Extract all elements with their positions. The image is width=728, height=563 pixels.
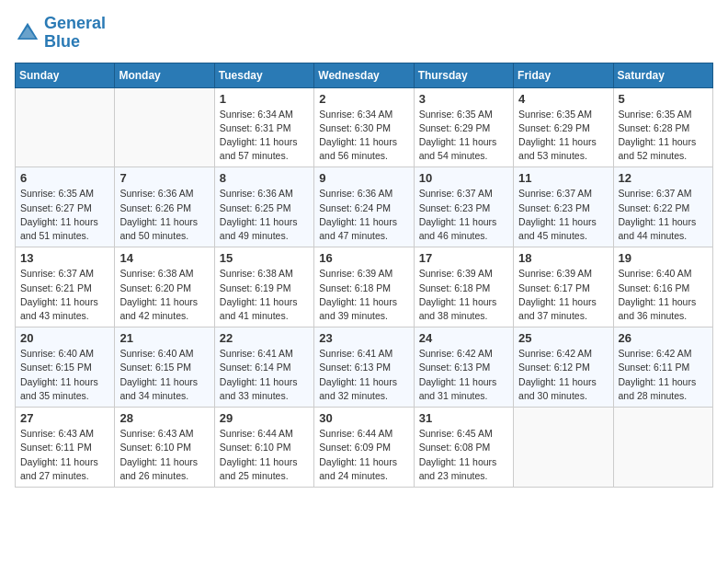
calendar-cell: 21 Sunrise: 6:40 AM Sunset: 6:15 PM Dayl… (115, 327, 214, 408)
daylight: Daylight: 11 hours and 42 minutes. (119, 296, 198, 321)
sunrise: Sunrise: 6:41 AM (319, 348, 392, 359)
sunrise: Sunrise: 6:40 AM (20, 348, 94, 359)
daylight: Daylight: 11 hours and 38 minutes. (419, 296, 497, 321)
day-number: 24 (419, 331, 508, 345)
sunset: Sunset: 6:16 PM (619, 282, 690, 293)
daylight: Daylight: 11 hours and 56 minutes. (319, 136, 397, 161)
daylight: Daylight: 11 hours and 32 minutes. (319, 376, 397, 401)
sunset: Sunset: 6:29 PM (419, 122, 491, 133)
day-info: Sunrise: 6:39 AM Sunset: 6:17 PM Dayligh… (518, 267, 608, 323)
calendar-cell: 3 Sunrise: 6:35 AM Sunset: 6:29 PM Dayli… (414, 87, 513, 167)
calendar-cell: 26 Sunrise: 6:42 AM Sunset: 6:11 PM Dayl… (613, 327, 712, 408)
sunrise: Sunrise: 6:41 AM (220, 348, 293, 359)
daylight: Daylight: 11 hours and 57 minutes. (220, 136, 298, 161)
daylight: Daylight: 11 hours and 50 minutes. (119, 216, 198, 241)
sunrise: Sunrise: 6:36 AM (119, 188, 193, 199)
header-thursday: Thursday (414, 63, 513, 87)
day-info: Sunrise: 6:41 AM Sunset: 6:13 PM Dayligh… (319, 347, 408, 403)
day-number: 5 (619, 92, 708, 106)
day-number: 1 (220, 92, 309, 106)
day-info: Sunrise: 6:42 AM Sunset: 6:13 PM Dayligh… (419, 347, 508, 403)
sunset: Sunset: 6:15 PM (20, 362, 92, 373)
calendar-cell: 5 Sunrise: 6:35 AM Sunset: 6:28 PM Dayli… (613, 87, 712, 167)
daylight: Daylight: 11 hours and 43 minutes. (20, 296, 98, 321)
daylight: Daylight: 11 hours and 37 minutes. (518, 296, 597, 321)
sunset: Sunset: 6:30 PM (319, 122, 391, 133)
calendar-cell: 28 Sunrise: 6:43 AM Sunset: 6:10 PM Dayl… (115, 408, 214, 488)
day-number: 18 (518, 251, 608, 265)
day-info: Sunrise: 6:36 AM Sunset: 6:25 PM Dayligh… (220, 187, 309, 243)
sunrise: Sunrise: 6:38 AM (220, 268, 293, 279)
calendar-cell: 10 Sunrise: 6:37 AM Sunset: 6:23 PM Dayl… (414, 167, 513, 247)
sunset: Sunset: 6:24 PM (319, 202, 391, 213)
sunset: Sunset: 6:23 PM (419, 202, 491, 213)
daylight: Daylight: 11 hours and 26 minutes. (119, 456, 198, 481)
daylight: Daylight: 11 hours and 25 minutes. (220, 456, 298, 481)
logo: General Blue (15, 15, 106, 52)
sunrise: Sunrise: 6:37 AM (20, 268, 94, 279)
sunrise: Sunrise: 6:35 AM (619, 109, 692, 120)
daylight: Daylight: 11 hours and 51 minutes. (20, 216, 98, 241)
calendar-week-1: 1 Sunrise: 6:34 AM Sunset: 6:31 PM Dayli… (16, 87, 713, 167)
sunset: Sunset: 6:13 PM (319, 362, 391, 373)
day-info: Sunrise: 6:41 AM Sunset: 6:14 PM Dayligh… (220, 347, 309, 403)
sunset: Sunset: 6:25 PM (220, 202, 291, 213)
day-info: Sunrise: 6:40 AM Sunset: 6:15 PM Dayligh… (20, 347, 109, 403)
day-number: 29 (220, 411, 309, 425)
calendar-cell (514, 408, 613, 488)
sunset: Sunset: 6:11 PM (20, 442, 92, 453)
day-info: Sunrise: 6:35 AM Sunset: 6:28 PM Dayligh… (619, 108, 708, 164)
day-number: 22 (220, 331, 309, 345)
daylight: Daylight: 11 hours and 47 minutes. (319, 216, 397, 241)
logo-text: General Blue (44, 15, 106, 52)
calendar-week-4: 20 Sunrise: 6:40 AM Sunset: 6:15 PM Dayl… (16, 327, 713, 408)
day-number: 20 (20, 331, 109, 345)
day-info: Sunrise: 6:36 AM Sunset: 6:24 PM Dayligh… (319, 187, 408, 243)
calendar-cell: 1 Sunrise: 6:34 AM Sunset: 6:31 PM Dayli… (214, 87, 313, 167)
daylight: Daylight: 11 hours and 27 minutes. (20, 456, 98, 481)
calendar-cell: 6 Sunrise: 6:35 AM Sunset: 6:27 PM Dayli… (16, 167, 115, 247)
daylight: Daylight: 11 hours and 54 minutes. (419, 136, 497, 161)
sunset: Sunset: 6:18 PM (319, 282, 391, 293)
day-info: Sunrise: 6:37 AM Sunset: 6:23 PM Dayligh… (518, 187, 608, 243)
calendar-table: SundayMondayTuesdayWednesdayThursdayFrid… (15, 63, 713, 488)
sunrise: Sunrise: 6:42 AM (419, 348, 493, 359)
calendar-week-2: 6 Sunrise: 6:35 AM Sunset: 6:27 PM Dayli… (16, 167, 713, 247)
calendar-cell: 31 Sunrise: 6:45 AM Sunset: 6:08 PM Dayl… (414, 408, 513, 488)
calendar-cell: 9 Sunrise: 6:36 AM Sunset: 6:24 PM Dayli… (314, 167, 414, 247)
day-info: Sunrise: 6:37 AM Sunset: 6:21 PM Dayligh… (20, 267, 109, 323)
sunset: Sunset: 6:15 PM (119, 362, 191, 373)
calendar-cell: 8 Sunrise: 6:36 AM Sunset: 6:25 PM Dayli… (214, 167, 313, 247)
sunset: Sunset: 6:20 PM (119, 282, 191, 293)
sunrise: Sunrise: 6:34 AM (319, 109, 392, 120)
sunrise: Sunrise: 6:37 AM (419, 188, 493, 199)
logo-icon (15, 20, 40, 46)
day-info: Sunrise: 6:34 AM Sunset: 6:30 PM Dayligh… (319, 108, 408, 164)
header-monday: Monday (115, 63, 214, 87)
day-info: Sunrise: 6:37 AM Sunset: 6:23 PM Dayligh… (419, 187, 508, 243)
day-number: 26 (619, 331, 708, 345)
day-info: Sunrise: 6:45 AM Sunset: 6:08 PM Dayligh… (419, 427, 508, 483)
sunset: Sunset: 6:29 PM (518, 122, 590, 133)
day-info: Sunrise: 6:38 AM Sunset: 6:20 PM Dayligh… (119, 267, 209, 323)
header-saturday: Saturday (613, 63, 712, 87)
daylight: Daylight: 11 hours and 30 minutes. (518, 376, 597, 401)
daylight: Daylight: 11 hours and 33 minutes. (220, 376, 298, 401)
day-number: 3 (419, 92, 508, 106)
day-number: 19 (619, 251, 708, 265)
daylight: Daylight: 11 hours and 53 minutes. (518, 136, 597, 161)
day-number: 21 (119, 331, 209, 345)
day-info: Sunrise: 6:40 AM Sunset: 6:16 PM Dayligh… (619, 267, 708, 323)
calendar-cell: 25 Sunrise: 6:42 AM Sunset: 6:12 PM Dayl… (514, 327, 613, 408)
day-info: Sunrise: 6:34 AM Sunset: 6:31 PM Dayligh… (220, 108, 309, 164)
sunset: Sunset: 6:28 PM (619, 122, 690, 133)
day-info: Sunrise: 6:36 AM Sunset: 6:26 PM Dayligh… (119, 187, 209, 243)
sunset: Sunset: 6:27 PM (20, 202, 92, 213)
daylight: Daylight: 11 hours and 24 minutes. (319, 456, 397, 481)
sunrise: Sunrise: 6:35 AM (419, 109, 493, 120)
sunrise: Sunrise: 6:44 AM (220, 428, 293, 439)
sunrise: Sunrise: 6:44 AM (319, 428, 392, 439)
day-number: 30 (319, 411, 408, 425)
sunrise: Sunrise: 6:42 AM (619, 348, 692, 359)
calendar-cell: 12 Sunrise: 6:37 AM Sunset: 6:22 PM Dayl… (613, 167, 712, 247)
